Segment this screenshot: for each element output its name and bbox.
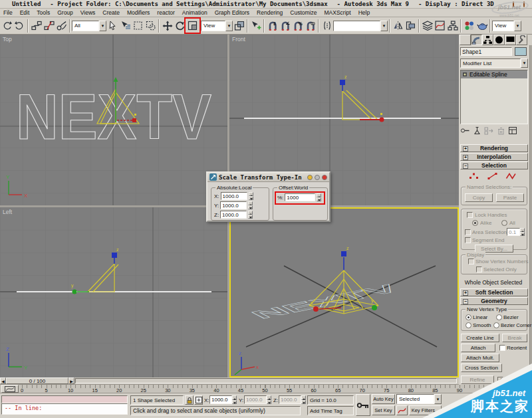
coord-x-spinner[interactable] bbox=[232, 395, 237, 404]
viewport-left[interactable]: z y Z Y Left bbox=[0, 207, 227, 377]
open-mini-curve-editor-button[interactable] bbox=[1, 385, 19, 393]
remove-modifier-icon[interactable] bbox=[497, 126, 505, 135]
rollout-geometry[interactable]: −Geometry bbox=[460, 297, 528, 305]
spline-subobject-icon[interactable] bbox=[505, 172, 517, 180]
menu-file[interactable]: File bbox=[3, 9, 13, 16]
vertex-subobject-icon[interactable] bbox=[468, 172, 479, 180]
set-keys-button[interactable] bbox=[356, 394, 370, 416]
linear-radio[interactable] bbox=[466, 314, 471, 320]
render-type-dropdown[interactable]: View▼ bbox=[492, 21, 521, 31]
set-key-button[interactable]: Set Key bbox=[372, 405, 395, 415]
redo-icon[interactable] bbox=[13, 19, 26, 33]
menu-graph-editors[interactable]: Graph Editors bbox=[215, 9, 249, 16]
menu-maxscript[interactable]: MAXScript bbox=[324, 9, 350, 16]
use-pivot-point-icon[interactable] bbox=[233, 19, 245, 33]
reference-coordinate-dropdown[interactable]: View▼ bbox=[201, 21, 233, 31]
menu-help[interactable]: Help bbox=[358, 9, 370, 16]
viewport-label-top[interactable]: Top bbox=[3, 36, 12, 43]
rollout-rendering[interactable]: +Rendering bbox=[460, 144, 528, 152]
select-by-name-icon[interactable] bbox=[119, 19, 132, 33]
chevron-down-icon[interactable]: ▼ bbox=[225, 21, 233, 31]
selection-filter-dropdown[interactable]: All▼ bbox=[72, 21, 106, 31]
undo-icon[interactable] bbox=[1, 19, 13, 33]
x-input[interactable]: 1000.0 bbox=[221, 192, 247, 200]
area-selection-input[interactable]: 0.1 bbox=[507, 228, 520, 236]
time-slider-track[interactable]: ◀ 0 / 100 ▶ bbox=[0, 377, 459, 385]
coord-z-spinner[interactable] bbox=[301, 395, 306, 404]
viewport-label-left[interactable]: Left bbox=[3, 209, 13, 215]
z-spinner[interactable] bbox=[248, 211, 253, 219]
y-input[interactable]: 1000.0 bbox=[220, 201, 247, 209]
reorient-checkbox[interactable] bbox=[499, 345, 505, 351]
select-and-link-icon[interactable] bbox=[30, 19, 43, 33]
panel-scrollbar[interactable] bbox=[529, 45, 532, 384]
segment-end-checkbox[interactable] bbox=[465, 237, 471, 243]
render-setup-icon[interactable] bbox=[475, 19, 488, 33]
material-editor-icon[interactable] bbox=[463, 19, 475, 33]
spinner-snap-toggle-icon[interactable] bbox=[304, 19, 317, 33]
modifier-stack[interactable]: Editable Spline bbox=[460, 70, 528, 124]
tab-modify[interactable] bbox=[471, 35, 482, 45]
named-selection-sets-dropdown[interactable]: ▼ bbox=[333, 21, 388, 31]
tab-motion[interactable] bbox=[493, 35, 505, 45]
chevron-down-icon[interactable]: ▼ bbox=[99, 21, 106, 31]
make-unique-icon[interactable] bbox=[484, 126, 494, 135]
chevron-down-icon[interactable]: ▼ bbox=[514, 21, 521, 31]
paste-button[interactable]: Paste bbox=[496, 193, 524, 202]
viewport-label-front[interactable]: Front bbox=[232, 36, 245, 43]
maxscript-listener-white[interactable]: -- In line: bbox=[1, 403, 128, 415]
scale-transform-type-in-dialog[interactable]: Scale Transform Type-In Absolute:Local X… bbox=[206, 171, 331, 222]
menu-animation[interactable]: Animation bbox=[182, 9, 207, 16]
rollout-soft-selection[interactable]: +Soft Selection bbox=[460, 288, 528, 296]
gizmo-y-axis[interactable] bbox=[372, 305, 377, 310]
time-back-button[interactable]: ◀ bbox=[0, 377, 6, 384]
menu-edit[interactable]: Edit bbox=[20, 9, 30, 16]
chevron-down-icon[interactable]: ▼ bbox=[521, 58, 528, 68]
menu-create[interactable]: Create bbox=[102, 9, 120, 16]
select-object-icon[interactable] bbox=[106, 19, 119, 33]
angle-snap-toggle-icon[interactable] bbox=[279, 19, 291, 33]
menu-customize[interactable]: Customize bbox=[290, 9, 317, 16]
select-and-uniform-scale-icon[interactable] bbox=[186, 19, 199, 33]
default-in-out-tangent-button[interactable] bbox=[396, 405, 408, 415]
coord-y-input[interactable]: 1000.0 bbox=[244, 395, 267, 404]
attach-button[interactable]: Attach bbox=[461, 344, 495, 352]
select-and-move-icon[interactable] bbox=[161, 19, 174, 33]
maximize-button[interactable] bbox=[523, 1, 525, 7]
curve-editor-icon[interactable] bbox=[434, 19, 446, 33]
area-selection-checkbox[interactable] bbox=[465, 229, 471, 235]
dialog-title-bar[interactable]: Scale Transform Type-In bbox=[207, 173, 329, 182]
percent-spinner[interactable] bbox=[317, 193, 321, 201]
time-forward-button[interactable]: ▶ bbox=[68, 377, 74, 384]
chevron-down-icon[interactable]: ▼ bbox=[380, 21, 388, 31]
snaps-toggle-3d-icon[interactable]: 3 bbox=[266, 19, 279, 33]
configure-modifier-sets-icon[interactable] bbox=[508, 126, 517, 135]
coord-y-spinner[interactable] bbox=[267, 395, 271, 404]
modifier-list-dropdown[interactable]: Modifier List▼ bbox=[460, 58, 528, 68]
unlink-selection-icon[interactable] bbox=[43, 19, 55, 33]
schematic-view-icon[interactable] bbox=[446, 19, 459, 33]
lock-handles-checkbox[interactable] bbox=[467, 212, 473, 218]
selection-lock-toggle[interactable] bbox=[185, 395, 194, 405]
mirror-icon[interactable] bbox=[392, 19, 404, 33]
percent-snap-toggle-icon[interactable]: % bbox=[291, 19, 304, 33]
time-slider-handle[interactable]: 0 / 100 bbox=[6, 377, 68, 384]
viewport-top[interactable]: NEXTV Y X Top bbox=[0, 35, 227, 205]
menu-reactor[interactable]: reactor bbox=[157, 9, 174, 16]
break-button[interactable]: Break bbox=[502, 334, 527, 342]
copy-button[interactable]: Copy bbox=[465, 193, 493, 202]
select-and-manipulate-icon[interactable] bbox=[249, 19, 262, 33]
layer-manager-icon[interactable] bbox=[421, 19, 434, 33]
rectangular-selection-region-icon[interactable] bbox=[132, 19, 144, 33]
create-line-button[interactable]: Create Line bbox=[461, 334, 499, 342]
viewport-perspective[interactable]: NEXTV z x y z x bbox=[229, 207, 459, 377]
tab-hierarchy[interactable] bbox=[482, 35, 493, 45]
selected-only-checkbox[interactable] bbox=[476, 266, 482, 272]
edit-named-selection-sets-icon[interactable] bbox=[321, 19, 333, 33]
object-name-input[interactable]: Shape1 bbox=[460, 47, 512, 56]
menu-tools[interactable]: Tools bbox=[37, 9, 50, 16]
y-spinner[interactable] bbox=[248, 201, 253, 209]
z-input[interactable]: 1000.0 bbox=[220, 211, 247, 219]
maxscript-listener-pink[interactable] bbox=[1, 395, 128, 403]
bezier-corner-radio[interactable] bbox=[493, 322, 499, 328]
